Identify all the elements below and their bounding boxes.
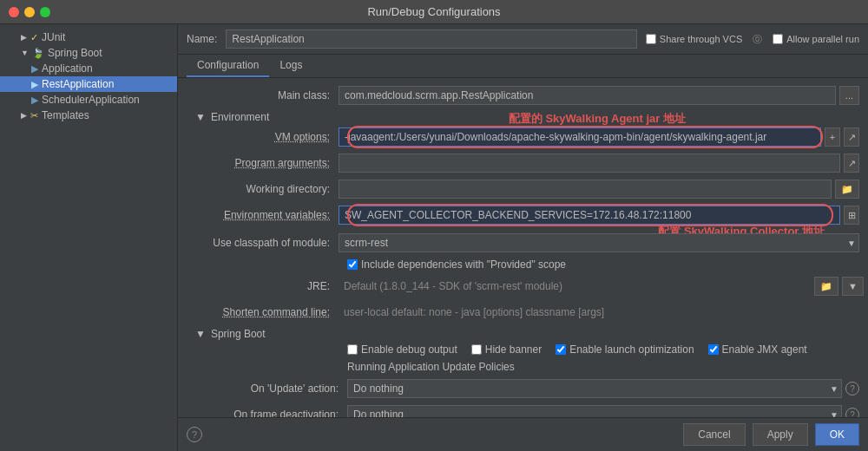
- enable-debug-checkbox[interactable]: Enable debug output: [347, 343, 457, 356]
- main-class-value: ...: [339, 86, 859, 105]
- title-bar: Run/Debug Configurations: [0, 0, 868, 24]
- springboot-label: Spring Boot: [211, 328, 266, 340]
- maximize-button[interactable]: [40, 7, 50, 17]
- sidebar-item-springboot[interactable]: ▼ 🍃 Spring Boot: [0, 45, 177, 61]
- name-label: Name:: [187, 33, 217, 45]
- sidebar-item-application[interactable]: ▶ Application: [0, 61, 177, 76]
- cancel-button[interactable]: Cancel: [683, 423, 745, 446]
- program-args-input[interactable]: [339, 154, 840, 173]
- jre-dropdown: ▼: [842, 277, 859, 296]
- env-collapse-icon: ▼: [195, 111, 206, 123]
- jre-browse-btn[interactable]: 📁: [814, 277, 838, 296]
- working-dir-input[interactable]: [339, 180, 832, 199]
- sidebar-item-restapplication[interactable]: ▶ RestApplication: [0, 76, 177, 92]
- apply-button[interactable]: Apply: [753, 423, 808, 446]
- app-icon: ▶: [31, 63, 38, 75]
- environment-section-header[interactable]: ▼ Environment: [187, 111, 859, 123]
- on-frame-value: Do nothing Update classes and resources …: [347, 405, 859, 417]
- jre-dropdown-btn[interactable]: ▼: [842, 277, 864, 296]
- env-vars-input[interactable]: [339, 206, 840, 225]
- include-deps-input[interactable]: [347, 259, 358, 270]
- include-deps-label: Include dependencies with "Provided" sco…: [361, 258, 566, 271]
- hide-banner-input[interactable]: [471, 344, 482, 355]
- jre-row: JRE: Default (1.8.0_144 - SDK of 'scrm-r…: [187, 276, 859, 297]
- vm-expand-btn[interactable]: +: [825, 127, 840, 147]
- share-help-icon[interactable]: ⓪: [753, 33, 762, 46]
- main-class-row: Main class: ...: [187, 85, 859, 106]
- env-expand-btn[interactable]: ⊞: [844, 206, 859, 225]
- sidebar-item-schedulerapplication[interactable]: ▶ SchedulerApplication: [0, 92, 177, 108]
- jre-text: Default (1.8.0_144 - SDK of 'scrm-rest' …: [339, 278, 811, 294]
- enable-launch-label: Enable launch optimization: [569, 343, 694, 356]
- springboot-section: ▼ Spring Boot Enable debug output Hide b…: [187, 328, 859, 417]
- window-controls[interactable]: [9, 7, 50, 17]
- app-icon: ▶: [31, 79, 38, 90]
- help-button[interactable]: ?: [187, 427, 202, 442]
- parallel-run-checkbox[interactable]: Allow parallel run: [773, 34, 859, 44]
- share-vcs-label: Share through VCS: [660, 34, 742, 44]
- prog-expand-btn[interactable]: ↗: [844, 154, 859, 173]
- main-layout: ▶ ✓ JUnit ▼ 🍃 Spring Boot ▶ Application …: [0, 24, 868, 451]
- sidebar-item-label: RestApplication: [42, 78, 114, 90]
- sidebar-item-junit[interactable]: ▶ ✓ JUnit: [0, 29, 177, 45]
- on-frame-help-icon[interactable]: ?: [845, 408, 859, 417]
- working-dir-browse[interactable]: 📁: [835, 180, 859, 199]
- classpath-select[interactable]: scrm-rest: [339, 233, 859, 252]
- share-vcs-checkbox[interactable]: Share through VCS: [646, 34, 742, 44]
- sidebar-item-label: SchedulerApplication: [42, 94, 140, 106]
- env-vars-wrapper: Environment variables: ⊞ 配置 SkyWalking C…: [187, 205, 859, 226]
- close-button[interactable]: [9, 7, 19, 17]
- expand-icon: ▶: [21, 111, 27, 120]
- include-deps-checkbox[interactable]: Include dependencies with "Provided" sco…: [347, 258, 566, 271]
- springboot-icon: 🍃: [32, 48, 44, 59]
- sidebar-item-label: JUnit: [42, 31, 65, 43]
- on-update-value: Do nothing Update classes and resources …: [347, 379, 859, 398]
- enable-launch-input[interactable]: [556, 344, 566, 355]
- working-dir-value: 📁: [339, 180, 859, 199]
- ok-button[interactable]: OK: [815, 423, 859, 446]
- parallel-run-input[interactable]: [773, 34, 783, 44]
- on-frame-select[interactable]: Do nothing Update classes and resources …: [347, 405, 842, 417]
- enable-jmx-checkbox[interactable]: Enable JMX agent: [708, 343, 807, 356]
- vm-options-label: VM options:: [187, 131, 339, 143]
- on-update-select[interactable]: Do nothing Update classes and resources …: [347, 379, 842, 398]
- tabs-row: Configuration Logs: [178, 55, 868, 78]
- tab-configuration[interactable]: Configuration: [187, 55, 269, 77]
- hide-banner-checkbox[interactable]: Hide banner: [471, 343, 542, 356]
- content-area: Main class: ... ▼ Environment VM options…: [178, 78, 868, 417]
- jre-value: Default (1.8.0_144 - SDK of 'scrm-rest' …: [339, 277, 859, 296]
- tab-logs[interactable]: Logs: [269, 55, 312, 77]
- sidebar-item-label: Templates: [42, 109, 89, 121]
- on-update-help-icon[interactable]: ?: [845, 382, 859, 395]
- header-options: Share through VCS ⓪ Allow parallel run: [646, 33, 859, 46]
- program-args-label: Program arguments:: [187, 157, 339, 169]
- vm-options-input[interactable]: [339, 127, 821, 147]
- on-frame-row: On frame deactivation: Do nothing Update…: [187, 404, 859, 417]
- springboot-section-header[interactable]: ▼ Spring Boot: [187, 328, 859, 340]
- bottom-bar: ? Cancel Apply OK: [178, 417, 868, 451]
- name-input[interactable]: [226, 29, 637, 49]
- env-vars-label: Environment variables:: [187, 209, 339, 221]
- enable-jmx-input[interactable]: [708, 344, 719, 355]
- minimize-button[interactable]: [24, 7, 35, 17]
- sidebar-item-templates[interactable]: ▶ ✂ Templates: [0, 108, 177, 123]
- enable-launch-checkbox[interactable]: Enable launch optimization: [556, 343, 694, 356]
- env-vars-row: Environment variables: ⊞: [187, 205, 859, 226]
- sidebar-item-label: Spring Boot: [48, 47, 102, 59]
- main-class-browse[interactable]: ...: [839, 86, 859, 105]
- main-class-input[interactable]: [339, 86, 836, 105]
- name-row: Name: Share through VCS ⓪ Allow parallel…: [178, 24, 868, 55]
- vm-external-btn[interactable]: ↗: [844, 127, 859, 147]
- app-icon: ▶: [31, 95, 38, 106]
- template-icon: ✂: [30, 110, 38, 121]
- expand-icon: ▼: [21, 49, 29, 57]
- springboot-checkboxes: Enable debug output Hide banner Enable l…: [187, 343, 859, 356]
- parallel-run-label: Allow parallel run: [786, 34, 859, 44]
- classpath-label: Use classpath of module:: [187, 237, 339, 249]
- enable-debug-input[interactable]: [347, 344, 358, 355]
- on-update-label: On 'Update' action:: [187, 382, 347, 395]
- sidebar: ▶ ✓ JUnit ▼ 🍃 Spring Boot ▶ Application …: [0, 24, 178, 451]
- classpath-select-wrapper: scrm-rest ▼: [339, 233, 859, 252]
- vm-options-value: + ↗: [339, 127, 859, 147]
- share-vcs-input[interactable]: [646, 34, 656, 44]
